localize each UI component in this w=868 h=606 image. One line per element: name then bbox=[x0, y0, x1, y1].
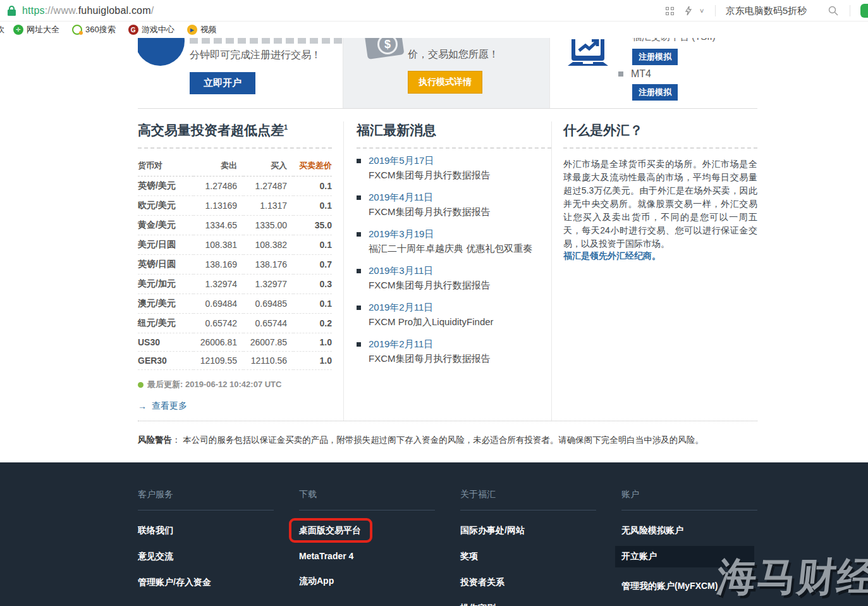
table-cell: 12110.56 bbox=[243, 352, 293, 370]
omnibox-search-suggestion[interactable]: 京东电脑数码5折秒 bbox=[726, 5, 807, 17]
what-is-fx-section: 什么是外汇？ 外汇市场是全球货币买卖的场所。外汇市场是全球最庞大及流动性最高的市… bbox=[551, 121, 757, 421]
bullet-icon bbox=[357, 159, 361, 163]
column-header: 买卖差价 bbox=[293, 155, 332, 176]
divider bbox=[850, 5, 850, 16]
register-demo-button[interactable]: 注册模拟 bbox=[632, 84, 678, 101]
news-description: FXCM集团每月执行数据报告 bbox=[369, 170, 491, 182]
footer-link[interactable]: 操作守则 bbox=[460, 603, 496, 606]
what-is-fx-body: 外汇市场是全球货币买卖的场所。外汇市场是全球最庞大及流动性最高的市场，平均每日交… bbox=[563, 158, 757, 250]
table-cell: 欧元/美元 bbox=[138, 196, 193, 216]
bookmark-label: 网址大全 bbox=[27, 24, 59, 35]
table-cell: 1.27486 bbox=[193, 176, 243, 196]
table-cell: 纽元/美元 bbox=[138, 314, 193, 333]
table-row: 英镑/美元1.274861.274870.1 bbox=[138, 176, 332, 196]
table-cell: 0.1 bbox=[293, 294, 332, 314]
table-cell: 0.1 bbox=[293, 196, 332, 216]
see-more-link[interactable]: → 查看更多 bbox=[138, 400, 332, 412]
banner-card-execution: $ 价，交易如您所愿！ 执行模式详情 bbox=[343, 38, 550, 108]
bullet-icon bbox=[618, 71, 623, 77]
footer-link[interactable]: 管理账户/存入资金 bbox=[138, 577, 211, 588]
leading-broker-link[interactable]: 福汇是领先外汇经纪商。 bbox=[563, 250, 757, 262]
bookmark-item[interactable]: 360搜索 bbox=[72, 24, 116, 35]
table-row: 黄金/美元1334.651335.0035.0 bbox=[138, 216, 332, 235]
footer-link[interactable]: 国际办事处/网站 bbox=[460, 525, 525, 536]
table-cell: 138.176 bbox=[243, 255, 293, 275]
news-date-link[interactable]: 2019年3月19日 bbox=[369, 228, 532, 240]
news-description: FXCM集团每月执行数据报告 bbox=[369, 280, 491, 292]
table-cell: 0.69485 bbox=[243, 294, 293, 314]
bullet-icon bbox=[357, 232, 361, 237]
mt4-row: MT4 bbox=[618, 68, 651, 80]
footer-link[interactable]: 意见交流 bbox=[138, 551, 173, 562]
column-header: 卖出 bbox=[193, 155, 243, 176]
watermark-text: 海马财经 bbox=[715, 550, 868, 603]
browser-action-icon[interactable] bbox=[860, 4, 868, 18]
clipped-text-line bbox=[190, 38, 343, 44]
page-footer: 客户服务联络我们意见交流管理账户/存入资金下载桌面版交易平台MetaTrader… bbox=[0, 462, 868, 606]
open-account-button[interactable]: 立即开户 bbox=[190, 72, 255, 94]
execution-details-button[interactable]: 执行模式详情 bbox=[408, 71, 482, 94]
news-section: 福汇最新消息 2019年5月17日FXCM集团每月执行数据报告2019年4月11… bbox=[343, 121, 551, 421]
table-cell: 1.1317 bbox=[243, 196, 293, 216]
register-demo-button[interactable]: 注册模拟 bbox=[632, 49, 678, 65]
divider bbox=[621, 510, 757, 510]
clipped-badge-icon bbox=[138, 38, 185, 66]
news-item: 2019年2月11日FXCM Pro加入LiquidityFinder bbox=[357, 302, 551, 328]
extensions-grid-icon[interactable] bbox=[666, 7, 674, 15]
footer-link-desktop-platform[interactable]: 桌面版交易平台 bbox=[299, 525, 361, 536]
footer-link[interactable]: MetaTrader 4 bbox=[299, 551, 353, 561]
footer-link[interactable]: 流动App bbox=[299, 576, 334, 587]
divider bbox=[357, 147, 551, 149]
news-item: 2019年3月11日FXCM集团每月执行数据报告 bbox=[357, 265, 551, 292]
news-date-link[interactable]: 2019年2月11日 bbox=[369, 302, 494, 314]
table-cell: 澳元/美元 bbox=[138, 294, 193, 314]
footer-link[interactable]: 联络我们 bbox=[138, 525, 173, 536]
game-center-icon bbox=[128, 25, 138, 35]
mt4-label[interactable]: MT4 bbox=[631, 68, 651, 80]
bookmark-item[interactable]: 游戏中心 bbox=[128, 24, 174, 35]
news-date-link[interactable]: 2019年3月11日 bbox=[369, 265, 491, 277]
chevron-down-icon[interactable]: ∨ bbox=[699, 7, 705, 14]
bookmark-item[interactable]: 欢 bbox=[0, 24, 4, 35]
table-cell: 1335.00 bbox=[243, 216, 293, 235]
divider bbox=[138, 510, 274, 510]
banner-card-open-account: 分钟即可完成注册进行交易！ 立即开户 bbox=[138, 38, 343, 108]
url-text[interactable]: https://www.fuhuiglobal.com/ bbox=[22, 5, 154, 16]
news-item: 2019年2月11日FXCM集团每月执行数据报告 bbox=[357, 338, 551, 365]
news-item: 2019年4月11日FXCM集团每月执行数据报告 bbox=[357, 192, 551, 218]
divider bbox=[563, 147, 757, 149]
banner-text: 分钟即可完成注册进行交易！ bbox=[190, 49, 321, 62]
news-date-link[interactable]: 2019年4月11日 bbox=[369, 192, 491, 204]
table-cell: 1.0 bbox=[293, 333, 332, 352]
search-icon[interactable] bbox=[828, 6, 838, 16]
news-item: 2019年3月19日福汇二十周年卓越庆典 优惠礼包双重奏 bbox=[357, 228, 551, 255]
table-cell: US30 bbox=[138, 333, 193, 352]
table-cell: 0.1 bbox=[293, 235, 332, 255]
risk-warning: 风险警告： 本公司的服务包括以保证金买卖的产品，附带损失超过阁下存入资金的风险，… bbox=[138, 421, 757, 462]
bookmark-label: 360搜索 bbox=[85, 24, 116, 35]
table-row: 英镑/日圆138.169138.1760.7 bbox=[138, 255, 332, 275]
page-content: 分钟即可完成注册进行交易！ 立即开户 $ 价，交易如您所愿！ 执行模式详情 福汇… bbox=[0, 38, 868, 606]
table-row: 欧元/美元1.131691.13170.1 bbox=[138, 196, 332, 216]
accelerator-bolt-icon[interactable] bbox=[684, 6, 693, 16]
bookmark-label: 欢 bbox=[0, 24, 4, 35]
footer-link[interactable]: 无风险模拟账户 bbox=[621, 525, 683, 536]
footer-link[interactable]: 管理我的账户(MyFXCM) bbox=[621, 581, 718, 592]
news-date-link[interactable]: 2019年2月11日 bbox=[369, 338, 491, 350]
arrow-right-icon: → bbox=[138, 401, 147, 411]
divider bbox=[138, 147, 332, 149]
bookmark-item[interactable]: 视频 bbox=[187, 24, 217, 35]
table-cell: 英镑/美元 bbox=[138, 176, 193, 196]
bookmark-item[interactable]: 网址大全 bbox=[13, 24, 59, 35]
table-cell: 1.32974 bbox=[193, 275, 243, 294]
footer-link[interactable]: 奖项 bbox=[460, 551, 478, 562]
table-cell: 26007.85 bbox=[243, 333, 293, 352]
table-cell: 1.0 bbox=[293, 352, 332, 370]
footer-column-header: 关于福汇 bbox=[460, 489, 621, 500]
news-date-link[interactable]: 2019年5月17日 bbox=[369, 155, 491, 167]
banner-text: 价，交易如您所愿！ bbox=[408, 48, 499, 61]
table-cell: 美元/加元 bbox=[138, 275, 193, 294]
bullet-icon bbox=[357, 342, 361, 347]
footer-link[interactable]: 投资者关系 bbox=[460, 577, 504, 588]
bullet-icon bbox=[357, 195, 361, 200]
